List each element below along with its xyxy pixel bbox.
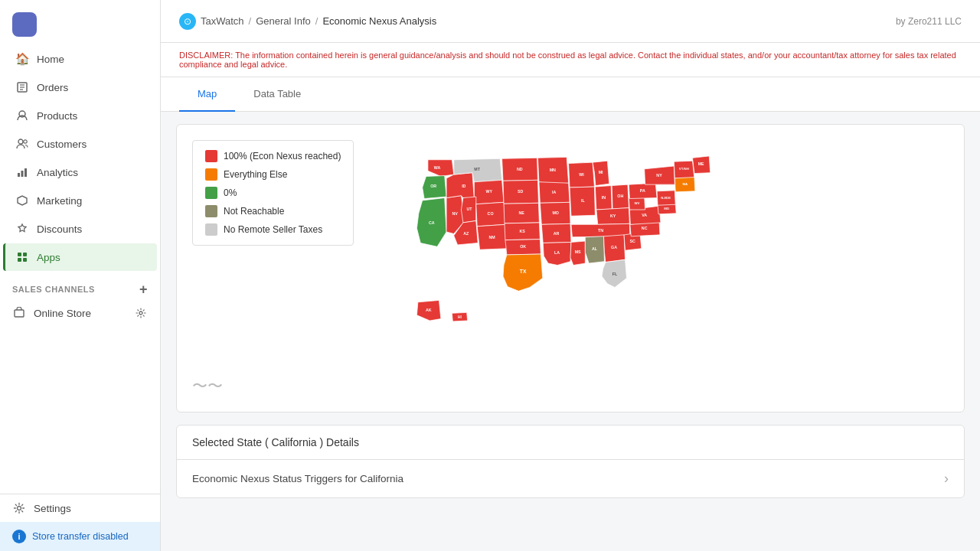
tabs-bar: Map Data Table	[161, 77, 980, 112]
svg-rect-12	[18, 258, 21, 262]
svg-text:IN: IN	[602, 194, 606, 199]
svg-text:OR: OR	[430, 184, 436, 188]
content-area: DISCLAIMER: The information contained he…	[161, 43, 980, 551]
sidebar-item-customers[interactable]: Customers	[3, 130, 157, 158]
online-store-settings-icon[interactable]	[134, 306, 148, 320]
sidebar-item-label: Customers	[37, 139, 87, 150]
state-id[interactable]	[446, 172, 474, 198]
svg-text:FL: FL	[612, 272, 618, 276]
legend-item-100: 100% (Econ Nexus reached)	[205, 150, 341, 162]
svg-text:WY: WY	[485, 189, 492, 194]
logo-icon	[12, 12, 37, 37]
breadcrumb-taxwatch[interactable]: TaxWatch	[201, 15, 244, 27]
legend-label: Not Reachable	[224, 206, 284, 217]
customers-icon	[15, 137, 29, 151]
svg-rect-10	[18, 253, 21, 256]
svg-text:ND: ND	[517, 166, 523, 171]
svg-rect-13	[23, 258, 27, 262]
svg-text:MT: MT	[474, 167, 480, 171]
breadcrumb-general-info[interactable]: General Info	[256, 15, 311, 27]
svg-text:NE: NE	[519, 210, 525, 214]
sidebar-item-analytics[interactable]: Analytics	[3, 158, 157, 186]
svg-text:PA: PA	[640, 187, 645, 192]
svg-text:AZ: AZ	[463, 230, 469, 235]
state-wa[interactable]	[428, 159, 454, 176]
svg-text:KY: KY	[610, 213, 616, 217]
apps-icon	[15, 250, 29, 264]
svg-text:TX: TX	[520, 269, 527, 274]
svg-text:CO: CO	[488, 211, 494, 216]
legend-swatch-tan	[205, 205, 217, 217]
home-icon: 🏠	[15, 52, 29, 66]
svg-text:IA: IA	[552, 189, 556, 194]
map-section: 100% (Econ Nexus reached) Everything Els…	[176, 124, 965, 412]
svg-text:SD: SD	[518, 189, 524, 194]
svg-text:AK: AK	[426, 307, 432, 311]
sidebar-item-orders[interactable]: Orders	[3, 73, 157, 101]
online-store-icon	[12, 306, 26, 320]
sidebar-item-label: Apps	[37, 252, 60, 263]
svg-text:SC: SC	[630, 238, 636, 243]
svg-text:GA: GA	[611, 244, 617, 249]
by-label: by Zero211 LLC	[896, 16, 962, 27]
svg-rect-9	[24, 168, 27, 177]
tab-map[interactable]: Map	[179, 77, 235, 112]
settings-label: Settings	[34, 503, 71, 514]
legend-swatch-green	[205, 187, 217, 199]
online-store-label: Online Store	[34, 308, 91, 319]
store-transfer-bar[interactable]: i Store transfer disabled	[0, 522, 160, 551]
sidebar-item-online-store[interactable]: Online Store	[0, 299, 160, 327]
chevron-down-icon: ›	[944, 471, 949, 487]
details-sub-heading[interactable]: Economic Nexus Status Triggers for Calif…	[177, 460, 964, 497]
info-icon: i	[12, 530, 26, 543]
sidebar-item-label: Discounts	[37, 223, 82, 235]
sidebar-item-apps[interactable]: Apps	[3, 243, 157, 271]
main-content: ⊙ TaxWatch / General Info / Economic Nex…	[161, 0, 980, 551]
svg-text:OK: OK	[520, 244, 526, 249]
svg-text:AR: AR	[554, 230, 560, 235]
svg-rect-8	[21, 171, 24, 177]
svg-text:WV: WV	[635, 201, 640, 205]
disclaimer-bar: DISCLAIMER: The information contained he…	[161, 43, 980, 77]
sidebar-item-discounts[interactable]: Discounts	[3, 215, 157, 243]
details-section: Selected State ( California ) Details Ec…	[176, 425, 965, 498]
svg-text:UT: UT	[467, 206, 473, 210]
svg-point-5	[18, 139, 23, 144]
sidebar-item-label: Orders	[37, 82, 68, 93]
sidebar-item-settings[interactable]: Settings	[0, 494, 160, 522]
map-controls-icon[interactable]: 〜〜	[192, 376, 223, 396]
svg-point-6	[24, 140, 27, 143]
svg-rect-7	[18, 173, 20, 177]
svg-text:MO: MO	[552, 210, 559, 214]
svg-text:NJ/DE: NJ/DE	[661, 196, 671, 200]
svg-text:NM: NM	[488, 234, 495, 239]
sidebar-bottom: Settings i Store transfer disabled	[0, 494, 160, 551]
sidebar-logo	[0, 0, 160, 44]
legend-label: No Remote Seller Taxes	[224, 224, 322, 235]
svg-text:LA: LA	[554, 250, 560, 255]
sidebar-item-marketing[interactable]: Marketing	[3, 187, 157, 214]
taxwatch-icon: ⊙	[179, 13, 196, 30]
legend-label: Everything Else	[224, 169, 287, 180]
svg-point-15	[139, 311, 142, 315]
details-header: Selected State ( California ) Details	[177, 425, 964, 460]
svg-text:NC: NC	[642, 226, 648, 230]
svg-text:CA: CA	[429, 220, 435, 225]
svg-text:IL: IL	[581, 198, 585, 203]
svg-text:MA: MA	[682, 181, 688, 185]
svg-text:ME: ME	[698, 161, 704, 166]
svg-rect-14	[15, 310, 24, 317]
sidebar-item-label: Marketing	[37, 195, 82, 207]
svg-text:VT/NH: VT/NH	[679, 167, 689, 171]
sidebar-item-home[interactable]: 🏠 Home	[3, 45, 157, 73]
legend-item-not-reachable: Not Reachable	[205, 205, 341, 217]
discounts-icon	[15, 222, 29, 236]
add-sales-channel-button[interactable]: +	[139, 282, 148, 296]
svg-text:TN: TN	[598, 227, 603, 232]
legend-swatch-orange	[205, 168, 217, 181]
map-legend: 100% (Econ Nexus reached) Everything Els…	[192, 140, 354, 246]
us-map[interactable]: WA OR CA NV ID	[302, 143, 838, 367]
legend-swatch-gray	[205, 223, 217, 236]
tab-data-table[interactable]: Data Table	[235, 77, 319, 112]
sidebar-item-products[interactable]: Products	[3, 102, 157, 129]
